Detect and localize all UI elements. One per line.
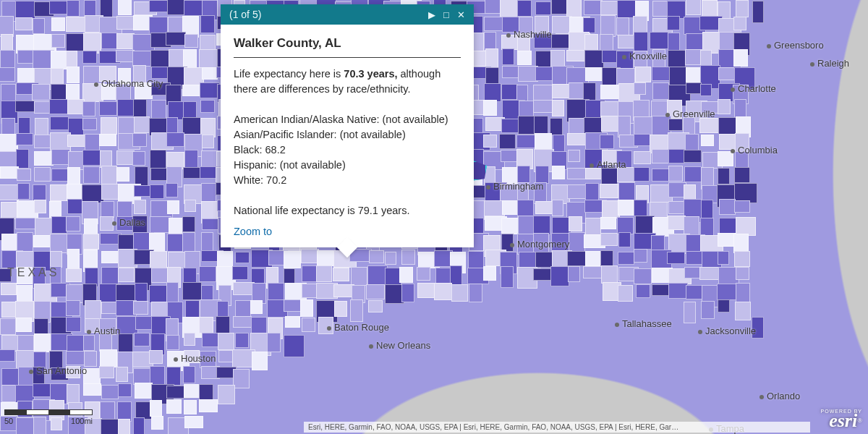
map-attribution: Esri, HERE, Garmin, FAO, NOAA, USGS, EPA… [304, 422, 810, 433]
city-label-nashville: Nashville [506, 29, 552, 40]
popup-title: Walker County, AL [234, 35, 461, 53]
city-label-montgomery: Montgomery [510, 239, 569, 250]
popup-maximize-icon[interactable]: □ [439, 9, 454, 20]
city-label-knoxville: Knoxville [622, 51, 667, 61]
popup-row-hispanic: Hispanic: (not available) [234, 158, 461, 173]
feature-popup: (1 of 5) ▶ □ ✕ Walker County, AL Life ex… [221, 4, 474, 247]
city-label-tallahassee: Tallahassee [615, 318, 672, 329]
popup-row-white: White: 70.2 [234, 173, 461, 188]
popup-row-black: Black: 68.2 [234, 142, 461, 158]
popup-next-icon[interactable]: ▶ [425, 9, 439, 20]
city-label-baton-rouge: Baton Rouge [327, 322, 389, 333]
city-label-dallas: Dallas [112, 217, 145, 228]
esri-brand: esri [829, 410, 857, 431]
city-label-atlanta: Atlanta [590, 159, 626, 170]
city-label-jacksonville: Jacksonville [698, 326, 756, 336]
state-label-texas: TEXAS [7, 266, 59, 279]
city-label-charlotte: Charlotte [731, 83, 776, 94]
city-label-houston: Houston [174, 353, 216, 364]
scale-bar: 50 100mi [4, 409, 93, 425]
popup-row-aian: American Indian/Alaska Native: (not avai… [234, 112, 461, 127]
choropleth-map[interactable]: TEXAS TulsaOklahoma CityDallasAustinHous… [0, 0, 868, 434]
city-label-new-orleans: New Orleans [369, 340, 430, 351]
popup-summary-pre: Life expectancy here is [234, 68, 344, 80]
city-label-orlando: Orlando [760, 391, 800, 401]
city-label-raleigh: Raleigh [810, 58, 849, 69]
popup-row-api: Asian/Pacific Islander: (not available) [234, 127, 461, 142]
esri-logo: POWERED BY esri® [821, 409, 862, 430]
popup-summary: Life expectancy here is 70.3 years, alth… [234, 67, 461, 97]
city-label-columbia: Columbia [731, 145, 778, 156]
city-label-greensboro: Greensboro [767, 40, 824, 51]
scale-tick-0: 50 [4, 417, 13, 425]
popup-header: (1 of 5) ▶ □ ✕ [221, 4, 474, 25]
popup-close-icon[interactable]: ✕ [454, 9, 468, 20]
scale-tick-1: 100mi [71, 417, 93, 425]
popup-pager: (1 of 5) [229, 9, 261, 20]
city-label-san-antonio: San Antonio [29, 365, 87, 376]
city-label-birmingham: Birmingham [486, 181, 543, 192]
popup-summary-value: 70.3 years, [344, 68, 397, 80]
city-label-greenville: Greenville [665, 109, 715, 119]
popup-national: National life expectancy is 79.1 years. [234, 203, 461, 218]
city-label-austin: Austin [87, 326, 120, 336]
city-label-oklahoma-city: Oklahoma City [94, 78, 163, 89]
zoom-to-link[interactable]: Zoom to [221, 226, 285, 247]
